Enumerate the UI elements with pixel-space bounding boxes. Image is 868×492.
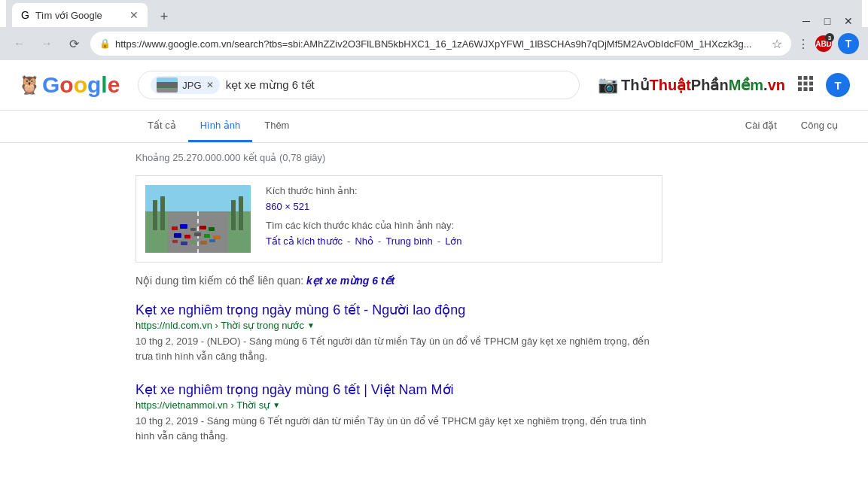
result-1-title[interactable]: Kẹt xe nghiêm trọng ngày mùng 6 tết - Ng… [136, 302, 662, 318]
lock-icon: 🔒 [99, 38, 111, 49]
result-1-url: https://nld.com.vn › Thời sự trong nước [136, 320, 304, 331]
medium-size-link[interactable]: Trung bình [385, 235, 432, 247]
svg-rect-13 [153, 200, 157, 230]
svg-rect-2 [809, 76, 813, 80]
nav-right-tabs: Cài đặt Công cụ [733, 111, 850, 142]
active-tab[interactable]: G Tìm với Google ✕ [12, 3, 148, 27]
tab-hinh-anh[interactable]: Hình ảnh [188, 111, 253, 142]
thu-text: Thủ [621, 76, 649, 94]
svg-rect-1 [804, 76, 808, 80]
image-match-box: Kích thước hình ảnh: 860 × 521 Tìm các k… [136, 175, 662, 263]
svg-rect-6 [798, 87, 802, 91]
result-1-dropdown[interactable]: ▼ [307, 321, 315, 330]
svg-rect-23 [184, 235, 190, 238]
svg-rect-5 [809, 81, 813, 85]
results-area: Khoảng 25.270.000.000 kết quả (0,78 giây… [0, 143, 868, 470]
related-search: Nội dung tìm kiếm có thể liên quan: kẹt … [136, 275, 850, 287]
tab-tat-ca[interactable]: Tất cả [136, 111, 188, 142]
svg-rect-30 [200, 241, 207, 244]
all-sizes-link[interactable]: Tất cả kích thước [266, 235, 343, 247]
image-size-value[interactable]: 860 × 521 [266, 201, 462, 212]
user-avatar-button[interactable]: T [826, 73, 850, 97]
svg-rect-29 [190, 240, 196, 244]
camera-icon: 📷 [598, 75, 618, 95]
result-1-snippet: 10 thg 2, 2019 - (NLĐO) - Sáng mùng 6 Tế… [136, 334, 662, 363]
abd-badge: ABD 3 [815, 35, 832, 52]
mem-text: Mềm [729, 76, 763, 94]
search-header-right: 📷 Thủ Thuật Phần Mềm . vn T [598, 73, 850, 97]
profile-button[interactable]: T [838, 33, 859, 54]
tab-close-button[interactable]: ✕ [129, 9, 139, 21]
svg-rect-0 [798, 76, 802, 80]
search-results-list: Kẹt xe nghiêm trọng ngày mùng 6 tết - Ng… [136, 302, 850, 443]
address-bar-row: ← → ⟳ 🔒 https://www.google.com.vn/search… [0, 27, 868, 60]
vn-text: vn [768, 77, 785, 94]
image-info: Kích thước hình ảnh: 860 × 521 Tìm các k… [266, 185, 462, 253]
related-search-link[interactable]: kẹt xe mừng 6 tết [306, 275, 394, 287]
logo-o1: o [59, 72, 73, 98]
image-other-sizes-links: Tất cả kích thước - Nhỏ - Trung bình - L… [266, 235, 462, 247]
address-bar[interactable]: 🔒 https://www.google.com.vn/search?tbs=s… [90, 32, 791, 56]
svg-rect-27 [172, 240, 178, 243]
svg-rect-22 [174, 233, 181, 238]
result-2-dropdown[interactable]: ▼ [273, 401, 280, 409]
url-text: https://www.google.com.vn/search?tbs=sbi… [115, 38, 767, 50]
close-button[interactable]: ✕ [841, 15, 856, 27]
image-size-label: Kích thước hình ảnh: [266, 185, 462, 196]
search-box[interactable]: JPG ✕ [138, 71, 580, 99]
phan-text: Phần [691, 76, 729, 94]
result-1-url-row: https://nld.com.vn › Thời sự trong nước … [136, 320, 662, 331]
bookmark-button[interactable]: ☆ [772, 37, 782, 51]
tab-title: Tìm với Google [35, 10, 123, 21]
svg-rect-7 [804, 87, 808, 91]
thuat-text: Thuật [650, 76, 691, 94]
browser-chrome: G Tìm với Google ✕ + ─ □ ✕ ← → ⟳ 🔒 https… [0, 0, 868, 60]
search-result-1: Kẹt xe nghiêm trọng ngày mùng 6 tết - Ng… [136, 302, 662, 363]
search-input[interactable] [226, 79, 567, 92]
result-2-snippet: 10 thg 2, 2019 - Sáng mùng 6 Tết người d… [136, 414, 662, 443]
tab-them[interactable]: Thêm [252, 111, 301, 142]
search-result-2: Kẹt xe nghiêm trọng ngày mùng 6 tết | Vi… [136, 381, 662, 443]
apps-grid-button[interactable] [797, 75, 814, 96]
jpg-pill: JPG ✕ [151, 76, 219, 94]
search-header: 🦉 G o o g l e JPG ✕ 📷 Thủ Thuật [0, 60, 868, 111]
svg-rect-15 [231, 200, 236, 230]
minimize-button[interactable]: ─ [799, 15, 814, 27]
tab-cong-cu[interactable]: Công cụ [789, 111, 850, 142]
large-size-link[interactable]: Lớn [445, 235, 461, 247]
refresh-button[interactable]: ⟳ [63, 33, 84, 54]
toolbar-icons: ⋮ ABD 3 T [797, 33, 859, 54]
svg-rect-25 [204, 234, 210, 238]
results-count: Khoảng 25.270.000.000 kết quả (0,78 giây… [136, 152, 850, 163]
jpg-close-button[interactable]: ✕ [206, 80, 214, 90]
svg-rect-26 [213, 235, 221, 239]
thu-thuat-logo: 📷 Thủ Thuật Phần Mềm . vn [598, 75, 785, 95]
svg-rect-16 [239, 196, 243, 230]
svg-rect-24 [194, 232, 201, 236]
tab-favicon: G [21, 9, 29, 21]
svg-rect-17 [172, 226, 178, 230]
google-page: 🦉 G o o g l e JPG ✕ 📷 Thủ Thuật [0, 60, 868, 470]
svg-rect-21 [209, 227, 215, 231]
related-search-prefix: Nội dung tìm kiếm có thể liên quan: [136, 275, 306, 287]
svg-rect-4 [804, 81, 808, 85]
logo-e: e [108, 72, 120, 98]
maximize-button[interactable]: □ [820, 15, 835, 27]
logo-l: l [101, 72, 107, 98]
jpg-thumbnail [157, 77, 178, 93]
new-tab-button[interactable]: + [154, 6, 175, 27]
small-size-link[interactable]: Nhỏ [355, 235, 373, 247]
svg-rect-28 [181, 241, 187, 245]
image-other-sizes-label: Tìm các kích thước khác của hình ảnh này… [266, 220, 462, 231]
abd-count: 3 [825, 33, 834, 42]
svg-rect-31 [209, 239, 215, 242]
abd-extension[interactable]: ABD 3 [815, 35, 832, 52]
extensions-icon[interactable]: ⋮ [797, 37, 809, 51]
result-2-title[interactable]: Kẹt xe nghiêm trọng ngày mùng 6 tết | Vi… [136, 381, 662, 398]
back-button[interactable]: ← [9, 33, 30, 54]
result-2-url-row: https://vietnammoi.vn › Thời sự ▼ [136, 399, 662, 411]
nav-tabs: Tất cả Hình ảnh Thêm Cài đặt Công cụ [0, 111, 868, 143]
tab-cai-dat[interactable]: Cài đặt [733, 111, 789, 142]
result-2-url: https://vietnammoi.vn › Thời sự [136, 399, 270, 411]
forward-button[interactable]: → [36, 33, 57, 54]
